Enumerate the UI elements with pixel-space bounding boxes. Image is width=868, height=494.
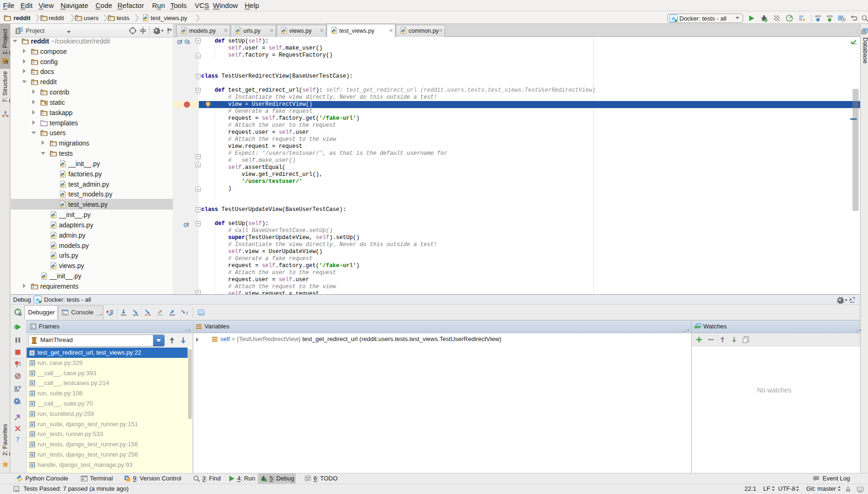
- svg-text:I: I: [186, 311, 188, 316]
- svg-text:VCS: VCS: [815, 15, 821, 18]
- svg-text:di: di: [36, 298, 39, 302]
- svg-text:?: ?: [16, 436, 20, 443]
- svg-text:VCS: VCS: [827, 15, 832, 18]
- svg-text:di: di: [671, 16, 675, 21]
